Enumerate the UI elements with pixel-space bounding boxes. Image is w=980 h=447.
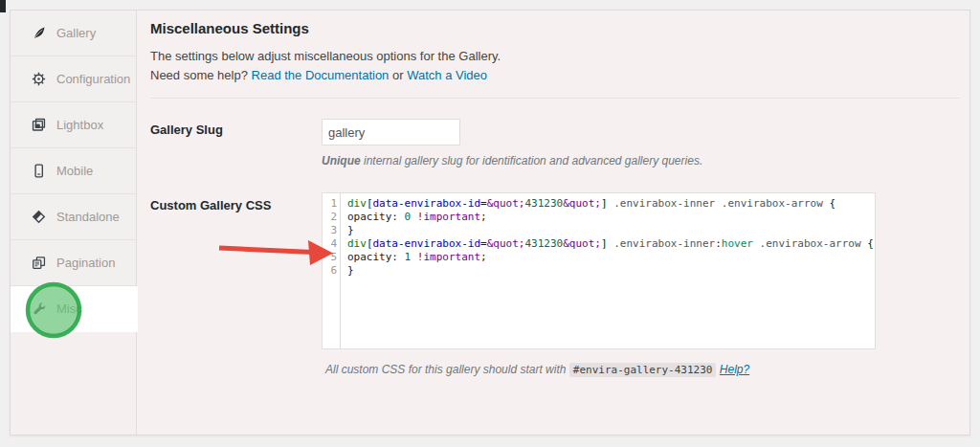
sidebar-tab-label: Standalone [56, 210, 120, 224]
gallery-slug-label: Gallery Slug [150, 123, 223, 137]
sidebar-tab-configuration[interactable]: Configuration [11, 56, 136, 102]
sidebar-tab-label: Pagination [56, 256, 115, 270]
sidebar-tab-gallery[interactable]: Gallery [11, 11, 136, 56]
code-line: } [347, 224, 875, 237]
line-number: 2 [323, 211, 337, 224]
line-number: 6 [323, 264, 337, 278]
custom-css-code-editor[interactable]: 123456 div[data-envirabox-id=&quot;43123… [322, 192, 876, 349]
slug-help-bold: Unique [322, 154, 361, 168]
sidebar-tab-standalone[interactable]: Standalone [11, 194, 136, 240]
watch-video-link[interactable]: Watch a Video [407, 68, 487, 82]
sidebar-tab-label: Lightbox [56, 118, 103, 132]
sidebar-tab-mobile[interactable]: Mobile [11, 148, 136, 194]
code-content[interactable]: div[data-envirabox-id=&quot;431230&quot;… [341, 193, 875, 348]
header-divider [150, 98, 960, 99]
sidebar-tab-label: Gallery [56, 26, 96, 40]
sidebar-tab-label: Configuration [56, 72, 130, 86]
sidebar-tab-misc[interactable]: Misc [11, 286, 138, 332]
code-line-numbers: 123456 [323, 193, 341, 348]
sidebar-tab-lightbox[interactable]: Lightbox [11, 102, 136, 148]
slug-help-rest: internal gallery slug for identification… [361, 154, 703, 168]
line-number: 4 [323, 237, 337, 251]
footnote-text: All custom CSS for this gallery should s… [325, 363, 566, 376]
envira-settings-panel: GalleryConfigurationLightboxMobileStanda… [10, 10, 970, 436]
sidebar-tab-label: Misc [56, 302, 82, 316]
custom-css-label: Custom Gallery CSS [150, 198, 271, 212]
leaf-icon [31, 25, 47, 41]
line-number: 3 [323, 224, 337, 237]
wrench-icon [31, 301, 47, 317]
gallery-slug-help: Unique internal gallery slug for identif… [322, 154, 702, 168]
line-number: 5 [323, 251, 337, 264]
gear-icon [31, 71, 47, 87]
custom-css-footnote: All custom CSS for this gallery should s… [325, 363, 749, 376]
code-line: opacity: 1 !important; [347, 251, 875, 264]
css-selector-chip: #envira-gallery-431230 [569, 363, 717, 377]
standalone-icon [31, 209, 47, 225]
gallery-slug-input[interactable] [322, 119, 460, 145]
pagination-icon [31, 255, 47, 271]
help-link[interactable]: Help? [720, 363, 749, 376]
documentation-link[interactable]: Read the Documentation [252, 68, 390, 82]
code-line: opacity: 0 !important; [347, 211, 875, 224]
misc-settings-panel: Miscellaneous Settings The settings belo… [138, 11, 969, 435]
conjunction-text: or [392, 68, 404, 82]
code-line: } [347, 264, 875, 278]
sidebar-tab-pagination[interactable]: Pagination [11, 240, 136, 286]
code-line: div[data-envirabox-id=&quot;431230&quot;… [347, 237, 875, 251]
mobile-icon [31, 163, 47, 179]
help-prompt: Need some help? [150, 68, 248, 82]
description-text: The settings below adjust miscellaneous … [150, 49, 501, 63]
line-number: 1 [323, 197, 337, 211]
panel-description: The settings below adjust miscellaneous … [150, 47, 501, 85]
page-title: Miscellaneous Settings [150, 20, 309, 36]
code-line: div[data-envirabox-id=&quot;431230&quot;… [347, 197, 875, 211]
lightbox-icon [31, 117, 47, 133]
sidebar-tab-label: Mobile [56, 164, 93, 178]
admin-menu-edge [0, 0, 6, 12]
sidebar-tabs: GalleryConfigurationLightboxMobileStanda… [11, 11, 137, 435]
